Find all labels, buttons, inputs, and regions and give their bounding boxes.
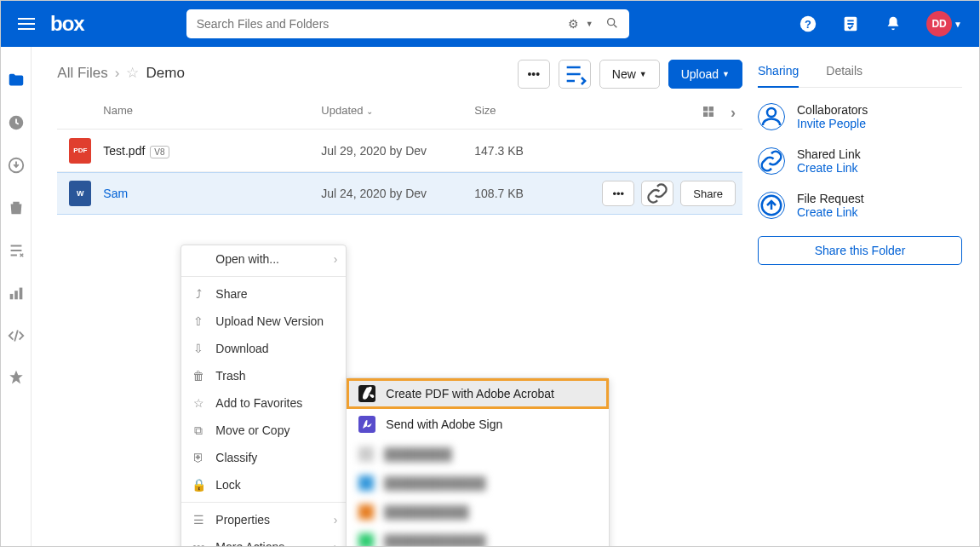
box-logo[interactable]: box bbox=[50, 12, 84, 36]
submenu-create-pdf[interactable]: Create PDF with Adobe Acrobat bbox=[347, 378, 609, 409]
pdf-icon: PDF bbox=[69, 138, 91, 164]
recents-icon[interactable] bbox=[7, 113, 26, 132]
favorites-rail-icon[interactable] bbox=[7, 369, 26, 388]
svg-rect-13 bbox=[709, 112, 714, 117]
create-file-request-link[interactable]: Create Link bbox=[797, 205, 864, 219]
grid-view-icon[interactable] bbox=[702, 105, 715, 121]
expand-icon[interactable]: › bbox=[731, 104, 736, 122]
notes-icon[interactable] bbox=[841, 14, 860, 33]
file-updated: Jul 29, 2020 by Dev bbox=[321, 144, 474, 158]
analytics-icon[interactable] bbox=[7, 284, 26, 302]
file-size: 147.3 KB bbox=[474, 144, 602, 158]
version-badge: V8 bbox=[150, 146, 169, 158]
top-header: box ⚙ ▼ ? DD ▼ bbox=[1, 1, 979, 47]
dev-icon[interactable] bbox=[7, 326, 26, 345]
menu-favorites[interactable]: ☆Add to Favorites bbox=[181, 389, 346, 417]
svg-rect-11 bbox=[709, 107, 714, 111]
create-shared-link[interactable]: Create Link bbox=[797, 161, 861, 175]
upload-icon: ⇧ bbox=[192, 314, 205, 328]
shared-link-title: Shared Link bbox=[797, 147, 861, 161]
svg-point-0 bbox=[607, 18, 614, 25]
shield-icon: ⛨ bbox=[192, 451, 205, 464]
menu-classify[interactable]: ⛨Classify bbox=[181, 444, 346, 471]
submenu-blurred-item: ██████████ bbox=[347, 498, 609, 527]
submenu-send-sign[interactable]: Send with Adobe Sign bbox=[347, 409, 609, 440]
user-menu[interactable]: DD ▼ bbox=[926, 11, 962, 37]
submenu-blurred-item: ████████████ bbox=[347, 527, 609, 547]
row-share-button[interactable]: Share bbox=[680, 181, 736, 206]
more-button[interactable]: ••• bbox=[518, 60, 550, 89]
collaborators-title: Collaborators bbox=[797, 103, 868, 117]
doc-icon: W bbox=[69, 181, 91, 206]
menu-properties[interactable]: ☰Properties bbox=[181, 506, 346, 533]
svg-rect-7 bbox=[9, 294, 13, 299]
file-request-icon bbox=[758, 192, 785, 219]
submenu-blurred-item: ████████ bbox=[347, 440, 609, 469]
star-icon: ☆ bbox=[192, 396, 205, 410]
more-icon: ••• bbox=[192, 540, 205, 547]
star-icon[interactable]: ☆ bbox=[126, 64, 139, 82]
file-row[interactable]: PDF Test.pdfV8 Jul 29, 2020 by Dev 147.3… bbox=[57, 130, 742, 172]
right-sidebar: Sharing Details Collaborators Invite Peo… bbox=[758, 47, 979, 546]
chevron-right-icon: › bbox=[115, 65, 120, 82]
help-icon[interactable]: ? bbox=[799, 14, 817, 33]
notes-toolbar-button[interactable] bbox=[559, 60, 591, 89]
new-button[interactable]: New▼ bbox=[599, 60, 660, 89]
files-icon[interactable] bbox=[7, 71, 26, 89]
menu-trash[interactable]: 🗑Trash bbox=[181, 362, 346, 389]
properties-icon: ☰ bbox=[192, 513, 205, 527]
integrations-submenu: Create PDF with Adobe Acrobat Send with … bbox=[346, 377, 610, 547]
avatar: DD bbox=[926, 11, 952, 37]
acrobat-icon bbox=[358, 385, 375, 402]
content-area: All Files › ☆ Demo ••• New▼ Upload▼ Name… bbox=[32, 47, 758, 546]
menu-open-with[interactable]: Open with... bbox=[181, 245, 346, 273]
file-name[interactable]: Sam bbox=[103, 187, 321, 200]
menu-upload-version[interactable]: ⇧Upload New Version bbox=[181, 308, 346, 335]
row-more-button[interactable]: ••• bbox=[602, 181, 634, 206]
lock-icon: 🔒 bbox=[192, 478, 205, 492]
share-icon: ⤴ bbox=[192, 287, 205, 301]
col-size[interactable]: Size bbox=[474, 104, 602, 122]
caret-down-icon: ▼ bbox=[954, 20, 962, 29]
svg-line-1 bbox=[614, 25, 616, 27]
breadcrumb-root[interactable]: All Files bbox=[57, 65, 108, 82]
download-icon: ⇩ bbox=[192, 342, 205, 355]
copy-icon: ⧉ bbox=[192, 423, 205, 437]
menu-share[interactable]: ⤴Share bbox=[181, 280, 346, 308]
search-box[interactable]: ⚙ ▼ bbox=[186, 9, 629, 38]
col-updated[interactable]: Updated ⌄ bbox=[321, 104, 474, 122]
breadcrumb-current: Demo bbox=[146, 65, 184, 82]
menu-lock[interactable]: 🔒Lock bbox=[181, 471, 346, 498]
search-icon[interactable] bbox=[605, 16, 619, 32]
trash-icon[interactable] bbox=[7, 199, 26, 217]
file-request-title: File Request bbox=[797, 192, 864, 205]
tab-sharing[interactable]: Sharing bbox=[758, 64, 799, 88]
file-row[interactable]: W Sam Jul 24, 2020 by Dev 108.7 KB ••• S… bbox=[57, 172, 742, 215]
notes-rail-icon[interactable] bbox=[7, 241, 26, 260]
menu-download[interactable]: ⇩Download bbox=[181, 335, 346, 362]
col-name[interactable]: Name bbox=[57, 104, 321, 122]
search-input[interactable] bbox=[197, 17, 568, 31]
share-folder-button[interactable]: Share this Folder bbox=[758, 236, 962, 265]
tab-details[interactable]: Details bbox=[826, 64, 863, 87]
file-size: 108.7 KB bbox=[474, 187, 602, 200]
row-link-button[interactable] bbox=[641, 181, 673, 206]
hamburger-menu-icon[interactable] bbox=[18, 18, 35, 30]
bell-icon[interactable] bbox=[884, 14, 903, 33]
menu-more-actions[interactable]: •••More Actions bbox=[181, 533, 346, 547]
column-headers: Name Updated ⌄ Size › bbox=[57, 97, 742, 130]
shared-link-icon bbox=[758, 147, 785, 175]
file-updated: Jul 24, 2020 by Dev bbox=[321, 187, 474, 200]
left-rail bbox=[1, 47, 32, 546]
upload-button[interactable]: Upload▼ bbox=[668, 60, 742, 89]
invite-people-link[interactable]: Invite People bbox=[797, 117, 868, 130]
context-menu: Open with... ⤴Share ⇧Upload New Version … bbox=[181, 245, 347, 547]
download-icon[interactable] bbox=[7, 156, 26, 175]
menu-move-copy[interactable]: ⧉Move or Copy bbox=[181, 417, 346, 444]
search-dropdown-icon[interactable]: ▼ bbox=[586, 20, 593, 28]
svg-text:?: ? bbox=[805, 18, 811, 31]
svg-point-14 bbox=[767, 108, 776, 117]
file-name[interactable]: Test.pdfV8 bbox=[103, 144, 321, 158]
search-filter-icon[interactable]: ⚙ bbox=[568, 17, 579, 31]
svg-rect-12 bbox=[703, 112, 708, 117]
